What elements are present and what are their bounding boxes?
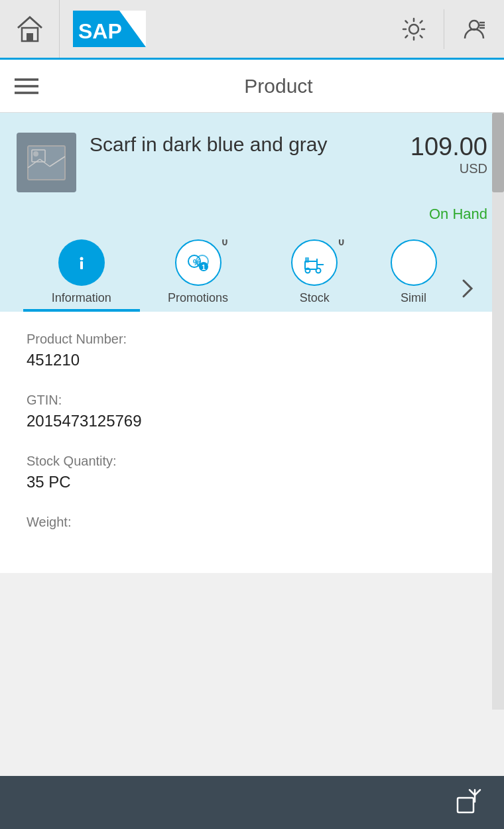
tab-information[interactable]: Information [23, 239, 140, 312]
hamburger-button[interactable] [0, 60, 53, 112]
on-hand-label: On Hand [429, 206, 487, 222]
scroll-track[interactable] [492, 113, 504, 710]
similar-icon [391, 239, 437, 286]
promotions-icon: % 1 [175, 239, 221, 286]
tab-similar-icon-wrap [391, 239, 437, 286]
content-area: Product Number: 451210 GTIN: 20154731257… [0, 312, 504, 573]
tab-similar[interactable]: Simil [373, 239, 454, 312]
top-bar-actions [384, 0, 504, 58]
user-menu-button[interactable] [444, 0, 504, 58]
field-product-number: Product Number: 451210 [27, 332, 477, 369]
field-product-number-value: 451210 [27, 351, 477, 369]
page-header: Product [0, 60, 504, 113]
tab-stock-label: Stock [300, 291, 330, 305]
stock-icon [291, 239, 338, 286]
field-gtin-label: GTIN: [27, 393, 477, 408]
tabs-row: Information % 1 0 Promotions [17, 239, 487, 312]
tabs-chevron-button[interactable] [454, 265, 481, 312]
promotions-badge: 0 [222, 239, 228, 248]
svg-rect-13 [28, 146, 65, 180]
svg-text:SAP: SAP [78, 19, 122, 43]
info-circle-icon [58, 239, 105, 286]
svg-rect-28 [317, 264, 324, 265]
sap-logo: SAP [60, 11, 159, 47]
tab-stock[interactable]: 0 Stock [256, 239, 373, 312]
share-button[interactable] [455, 787, 484, 818]
stock-badge: 0 [338, 239, 344, 248]
tab-active-indicator [23, 309, 140, 312]
svg-point-5 [409, 25, 418, 34]
share-icon [455, 787, 484, 816]
stock-svg [300, 248, 329, 277]
product-name: Scarf in dark blue and gray [90, 133, 404, 157]
tab-info-icon-wrap [58, 239, 105, 286]
product-currency: USD [410, 161, 487, 176]
product-image-placeholder [27, 145, 66, 181]
field-gtin: GTIN: 2015473125769 [27, 393, 477, 430]
svg-rect-27 [305, 257, 309, 263]
svg-text:1: 1 [202, 263, 206, 271]
field-weight-label: Weight: [27, 515, 477, 530]
on-hand-row: On Hand [17, 206, 487, 239]
tab-promotions-label: Promotions [168, 291, 228, 305]
field-gtin-value: 2015473125769 [27, 412, 477, 430]
svg-rect-1 [27, 33, 33, 41]
tab-promotions-icon-wrap: % 1 0 [175, 239, 221, 286]
scroll-thumb[interactable] [492, 113, 504, 192]
tab-similar-label: Simil [401, 291, 426, 305]
home-button[interactable] [0, 0, 60, 58]
page-title: Product [53, 75, 504, 97]
product-price: 109.00 [410, 133, 487, 161]
field-stock-quantity-label: Stock Quantity: [27, 454, 477, 469]
user-icon [461, 16, 487, 42]
svg-rect-20 [80, 261, 83, 269]
settings-button[interactable] [384, 0, 444, 58]
field-stock-quantity-value: 35 PC [27, 473, 477, 491]
home-icon [14, 13, 46, 45]
product-info-row: Scarf in dark blue and gray 109.00 USD [17, 133, 487, 192]
tab-stock-icon-wrap: 0 [291, 239, 338, 286]
svg-rect-32 [458, 798, 473, 812]
promotions-svg: % 1 [184, 248, 213, 277]
tab-promotions[interactable]: % 1 0 Promotions [140, 239, 257, 312]
info-icon [70, 251, 94, 275]
product-area: Scarf in dark blue and gray 109.00 USD O… [0, 113, 504, 312]
chevron-right-icon [460, 275, 475, 302]
top-bar: SAP [0, 0, 504, 60]
svg-point-19 [80, 257, 83, 261]
hamburger-icon [15, 77, 38, 96]
tab-information-label: Information [52, 291, 111, 305]
bottom-bar [0, 776, 504, 829]
svg-point-18 [33, 151, 38, 157]
field-weight: Weight: [27, 515, 477, 530]
sap-logo-svg: SAP [73, 11, 146, 47]
product-image [17, 133, 76, 192]
gear-icon [401, 16, 427, 42]
field-product-number-label: Product Number: [27, 332, 477, 347]
field-stock-quantity: Stock Quantity: 35 PC [27, 454, 477, 491]
product-price-block: 109.00 USD [410, 133, 487, 176]
